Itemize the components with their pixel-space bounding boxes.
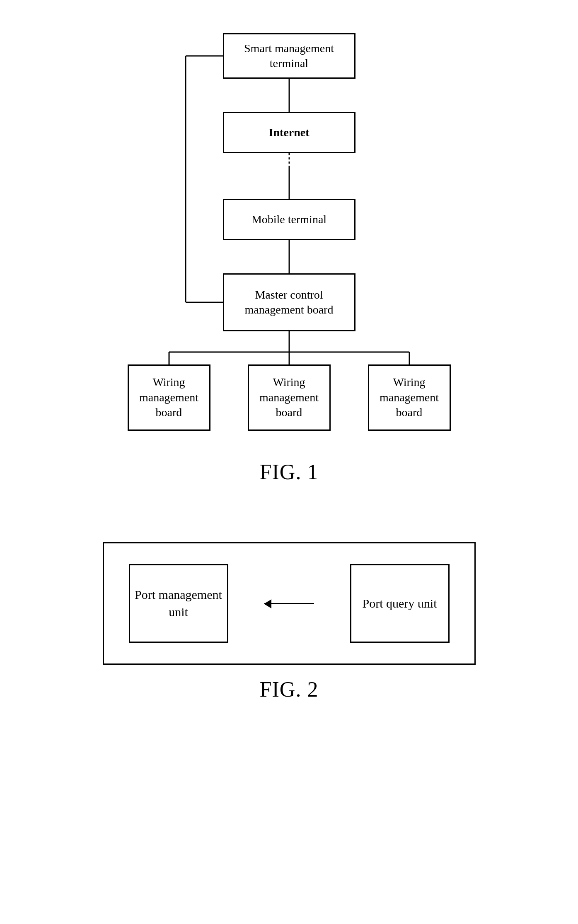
mobile-terminal-box: Mobile terminal xyxy=(223,199,356,240)
fig2-diagram: Port management unit Port query unit xyxy=(129,564,450,643)
wiring-board-center-label: Wiring management board xyxy=(249,375,329,420)
master-control-board-box: Master control management board xyxy=(223,273,356,331)
port-management-unit-label: Port management unit xyxy=(130,586,227,621)
fig1-label: FIG. 1 xyxy=(260,460,319,484)
fig2-outer-box: Port management unit Port query unit xyxy=(103,542,476,665)
fig1-section: Smart management terminal Internet Mobil… xyxy=(0,0,578,509)
port-query-unit-label: Port query unit xyxy=(363,595,437,612)
smart-management-terminal-box: Smart management terminal xyxy=(223,33,356,79)
arrow-area xyxy=(245,603,334,604)
left-arrow-icon xyxy=(264,603,314,604)
wiring-board-left-label: Wiring management board xyxy=(129,375,209,420)
internet-box: Internet xyxy=(223,112,356,153)
fig1-diagram: Smart management terminal Internet Mobil… xyxy=(103,25,476,447)
mobile-terminal-label: Mobile terminal xyxy=(252,212,326,227)
wiring-board-left-box: Wiring management board xyxy=(128,364,210,431)
internet-label: Internet xyxy=(269,125,310,140)
wiring-board-center-box: Wiring management board xyxy=(248,364,331,431)
fig2-label: FIG. 2 xyxy=(260,677,319,702)
fig2-section: Port management unit Port query unit FIG… xyxy=(0,509,578,726)
wiring-board-right-label: Wiring management board xyxy=(369,375,450,420)
wiring-board-right-box: Wiring management board xyxy=(368,364,451,431)
master-control-board-label: Master control management board xyxy=(224,287,354,318)
smart-management-terminal-label: Smart management terminal xyxy=(224,41,354,71)
port-management-unit-box: Port management unit xyxy=(129,564,228,643)
port-query-unit-box: Port query unit xyxy=(350,564,450,643)
